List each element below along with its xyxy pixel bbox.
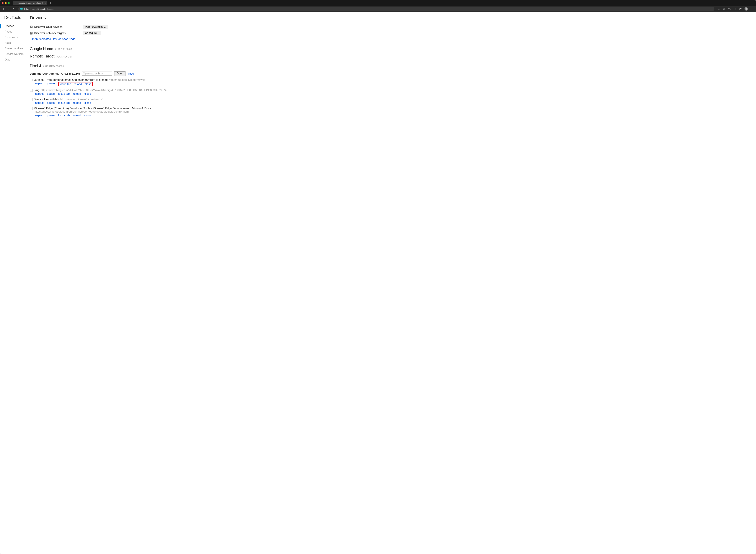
sidebar-item-pages[interactable]: Pages <box>4 29 30 35</box>
page-item: Binghttps://www.bing.com/?PC=EMMX20&toWw… <box>30 87 747 96</box>
minimize-window-button[interactable] <box>5 2 7 4</box>
close-tab-button[interactable]: × <box>45 2 46 4</box>
discover-usb-checkbox[interactable]: ✓ <box>30 25 33 28</box>
main-panel: Devices ✓ Discover USB devices Port forw… <box>30 12 756 554</box>
sidebar-item-other[interactable]: Other <box>4 57 30 62</box>
pause-link[interactable]: pause <box>47 101 55 105</box>
window-controls <box>2 2 10 4</box>
focus-tab-link[interactable]: focus tab <box>58 114 70 117</box>
favorites-list-icon[interactable] <box>728 8 731 10</box>
toolbar: Edge edge://inspect/#devices <box>0 6 756 12</box>
focus-tab-link[interactable]: focus tab <box>58 101 70 105</box>
sidebar-item-shared-workers[interactable]: Shared workers <box>4 46 30 51</box>
device-pixel4: Pixel 4 #99231FFAZ0080K <box>30 63 747 69</box>
separator <box>30 8 31 10</box>
forward-button[interactable] <box>7 8 11 10</box>
reload-link[interactable]: reload <box>74 82 82 86</box>
device-name: Remote Target <box>30 54 55 58</box>
pixel4-section: Pixel 4 #99231FFAZ0080K com.microsoft.em… <box>30 61 747 119</box>
back-button[interactable] <box>2 8 5 10</box>
address-url: edge://inspect/#devices <box>32 8 54 10</box>
pause-link[interactable]: pause <box>47 82 55 87</box>
page-checkbox[interactable] <box>30 89 33 92</box>
target-package: com.microsoft.emmx (77.0.3865.116) <box>30 72 80 75</box>
discover-network-checkbox[interactable]: ✓ <box>30 32 33 35</box>
inspect-link[interactable]: inspect <box>35 101 44 105</box>
page-actions: inspectpausefocus tabreloadclose <box>30 101 747 105</box>
maximize-window-button[interactable] <box>8 2 10 4</box>
discover-network-row: ✓ Discover network targets Configure... <box>30 30 747 36</box>
device-name: Google Home <box>30 47 53 51</box>
close-window-button[interactable] <box>2 2 4 4</box>
sidebar-item-apps[interactable]: Apps <box>4 40 30 46</box>
device-name: Pixel 4 <box>30 64 41 68</box>
inspect-link[interactable]: inspect <box>35 114 44 117</box>
favorite-icon[interactable] <box>723 8 726 10</box>
collections-icon[interactable] <box>734 8 736 10</box>
device-hash: #LOCALHOST <box>56 55 72 58</box>
close-link[interactable]: close <box>85 82 91 86</box>
titlebar: Inspect with Edge Developer T × + <box>0 0 756 6</box>
focus-tab-link[interactable]: focus tab <box>58 92 70 96</box>
browser-tab[interactable]: Inspect with Edge Developer T × <box>13 1 47 5</box>
page-item: Service Unavailablehttps://www.microsoft… <box>30 96 747 105</box>
target-row: com.microsoft.emmx (77.0.3865.116) Open … <box>30 69 747 77</box>
address-host: Edge <box>24 8 29 10</box>
page-item: Outlook – free personal email and calend… <box>30 77 747 87</box>
configure-button[interactable]: Configure... <box>83 31 101 35</box>
devices-section: Google Home #192.168.86.63 Remote Target… <box>30 42 747 60</box>
open-button[interactable]: Open <box>114 71 125 76</box>
svg-point-0 <box>718 8 719 9</box>
address-bar[interactable]: Edge edge://inspect/#devices <box>18 7 714 11</box>
open-url-input[interactable] <box>82 71 112 76</box>
svg-point-3 <box>741 8 742 9</box>
profile-avatar[interactable] <box>745 7 748 11</box>
new-tab-button[interactable]: + <box>48 1 53 5</box>
svg-point-5 <box>752 9 752 9</box>
page-icon <box>14 2 16 4</box>
trace-link[interactable]: trace <box>128 72 134 75</box>
page-checkbox[interactable] <box>30 107 33 110</box>
close-link[interactable]: close <box>84 114 91 117</box>
close-link[interactable]: close <box>84 92 91 96</box>
inspect-link[interactable]: inspect <box>35 92 44 96</box>
highlight-box: focus tabreloadclose <box>58 82 93 87</box>
page-checkbox[interactable] <box>30 98 33 101</box>
port-forwarding-button[interactable]: Port forwarding... <box>83 25 108 29</box>
pause-link[interactable]: pause <box>47 114 55 117</box>
search-icon[interactable] <box>717 8 720 10</box>
sidebar-item-extensions[interactable]: Extensions <box>4 35 30 40</box>
svg-point-4 <box>751 9 751 9</box>
page-url: https://outlook.live.com/owa/ <box>109 78 145 81</box>
page-title-text: Outlook – free personal email and calend… <box>34 78 108 81</box>
reload-link[interactable]: reload <box>73 92 81 96</box>
tab-title: Inspect with Edge Developer T <box>17 2 43 4</box>
node-devtools-link[interactable]: Open dedicated DevTools for Node <box>30 36 75 41</box>
pause-link[interactable]: pause <box>47 92 55 96</box>
focus-tab-link[interactable]: focus tab <box>60 82 71 86</box>
page-title-text: Microsoft Edge (Chromium) Developer Tool… <box>34 107 151 110</box>
sidebar-item-devices[interactable]: Devices <box>4 23 30 29</box>
page-item: Microsoft Edge (Chromium) Developer Tool… <box>30 105 747 118</box>
page-title: Devices <box>30 15 747 20</box>
discover-usb-label: Discover USB devices <box>34 25 62 29</box>
inspect-link[interactable]: inspect <box>35 82 44 87</box>
more-button[interactable] <box>751 8 753 10</box>
reload-link[interactable]: reload <box>73 101 81 105</box>
sidebar: DevTools DevicesPagesExtensionsAppsShare… <box>0 12 30 554</box>
sidebar-nav: DevicesPagesExtensionsAppsShared workers… <box>4 23 30 62</box>
svg-point-2 <box>740 8 741 9</box>
reload-link[interactable]: reload <box>73 114 81 117</box>
refresh-button[interactable] <box>13 8 16 10</box>
sidebar-title: DevTools <box>4 15 30 20</box>
toolbar-right <box>716 7 754 11</box>
discover-network-label: Discover network targets <box>34 32 66 35</box>
page-actions: inspectpausefocus tabreloadclose <box>30 92 747 96</box>
page-checkbox[interactable] <box>30 79 33 81</box>
edge-icon <box>20 8 23 10</box>
account-icon[interactable] <box>739 8 742 10</box>
close-link[interactable]: close <box>84 101 91 105</box>
sidebar-item-service-workers[interactable]: Service workers <box>4 51 30 57</box>
page-list: Outlook – free personal email and calend… <box>30 77 747 118</box>
page-url: https://docs.microsoft.com/en-us/microso… <box>30 110 747 113</box>
